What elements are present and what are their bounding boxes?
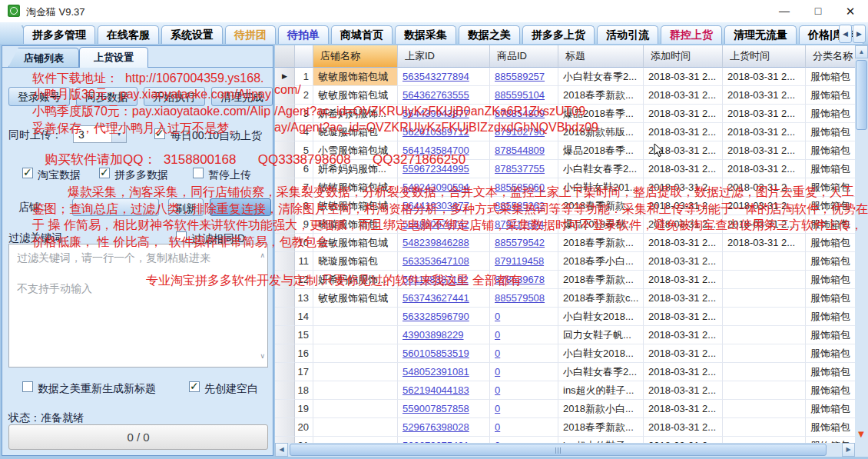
tab-scroll-left-icon[interactable]: ◀ — [839, 25, 852, 43]
col-header-title[interactable]: 标题 — [558, 45, 644, 68]
cell-seller-id: 562194044183 — [398, 381, 490, 400]
item-id-link[interactable]: 0 — [495, 348, 500, 359]
main-tab-11-active[interactable]: 群控上货 — [661, 25, 722, 44]
item-id-link[interactable]: 878537755 — [495, 163, 545, 175]
item-id-link[interactable]: 885589257 — [495, 71, 545, 82]
seller-id-link[interactable]: 562194044183 — [403, 384, 469, 396]
minimize-button[interactable]: — — [771, 2, 797, 20]
maximize-button[interactable]: □ — [805, 2, 831, 20]
cell-shop-name — [313, 400, 398, 418]
cell-category: 服饰箱包 — [806, 363, 855, 381]
col-header-seller-id[interactable]: 上家ID — [398, 45, 490, 68]
cell-shop-name: 敏敏服饰箱包城 — [313, 289, 398, 308]
table-row[interactable]: 10敏敏服饰箱包城5482398462888855795422018春季新款..… — [275, 234, 855, 252]
row-selector-cell[interactable] — [275, 381, 295, 400]
cell-category: 服饰箱包 — [806, 418, 855, 437]
table-row[interactable]: 2052967639802802018春季新款...2018-03-31 2..… — [275, 418, 855, 437]
main-tab-4[interactable]: 待拼团 — [225, 25, 276, 44]
main-tab-2[interactable]: 在线客服 — [98, 25, 159, 44]
vertical-scrollbar-thumb[interactable] — [856, 60, 867, 130]
tab-upload-settings[interactable]: 上货设置 — [79, 47, 148, 68]
seller-id-link[interactable]: 564362763555 — [403, 89, 469, 101]
main-tab-5[interactable]: 待拍单 — [278, 25, 329, 44]
table-row[interactable]: 13敏敏服饰箱包城5637436274418855795082018春季新款c.… — [275, 289, 855, 308]
main-tab-3[interactable]: 系统设置 — [161, 25, 223, 44]
data-check-3[interactable] — [193, 168, 204, 178]
main-tab-6[interactable]: 商城首页 — [331, 25, 393, 44]
item-id-link[interactable]: 885579508 — [495, 292, 545, 304]
main-tab-7[interactable]: 数据采集 — [395, 25, 456, 44]
item-id-link[interactable]: 885579542 — [495, 237, 545, 248]
table-row[interactable]: 11晓璇服饰箱包5633536471088791194582018春季小白...… — [275, 252, 855, 271]
horizontal-scrollbar-thumb[interactable] — [290, 444, 827, 456]
seller-id-link[interactable]: 563543277894 — [403, 71, 469, 82]
seller-id-link[interactable]: 529676398028 — [403, 421, 469, 433]
col-header-shop[interactable]: 店铺名称 — [313, 45, 398, 68]
main-tab-12[interactable]: 清理无流量 — [724, 25, 797, 44]
row-selector-cell[interactable] — [275, 326, 295, 344]
row-number: 20 — [295, 418, 313, 437]
data-check-1[interactable] — [22, 168, 33, 178]
cell-category: 服饰箱包 — [806, 308, 855, 326]
col-header-added-time[interactable]: 添加时间 — [644, 45, 723, 68]
seller-id-link[interactable]: 563328596790 — [403, 311, 469, 322]
seller-id-link[interactable]: 43903898229 — [403, 329, 464, 341]
scroll-down-icon[interactable]: ∨ — [260, 348, 265, 364]
scrollbar-up-icon[interactable]: ▲ — [855, 45, 868, 58]
col-header-category[interactable]: 分类名称 — [806, 45, 855, 68]
row-selector-cell[interactable] — [275, 289, 295, 308]
item-id-link[interactable]: 0 — [495, 421, 500, 433]
main-tab-1[interactable]: 拼多多管理 — [23, 25, 95, 44]
scrollbar-left-icon[interactable]: ◀ — [275, 443, 288, 457]
main-tab-10[interactable]: 活动引流 — [597, 25, 658, 44]
tab-scroll-right-icon[interactable]: ▶ — [853, 25, 866, 43]
col-header-item-id[interactable]: 商品ID — [490, 45, 558, 68]
tab-shop-list[interactable]: 店铺列表 — [8, 48, 79, 67]
row-selector-cell[interactable] — [275, 344, 295, 363]
table-row[interactable]: 2敏敏服饰箱包城5643627635558855951042018春季新款...… — [275, 86, 855, 105]
cell-upload-time — [723, 308, 806, 326]
item-id-link[interactable]: 0 — [495, 311, 500, 322]
table-row[interactable]: 1955900785785802018新款小白...2018-03-31 2..… — [275, 400, 855, 418]
close-button[interactable]: ✕ — [837, 2, 863, 20]
seller-id-link[interactable]: 560105853519 — [403, 348, 469, 359]
cell-item-id: 0 — [490, 363, 558, 381]
table-row[interactable]: 15439038982290回力女鞋子帆...2018-03-31 2...服饰… — [275, 326, 855, 344]
row-selector-cell[interactable] — [275, 400, 295, 418]
table-row[interactable]: 165601058535190小白鞋女2018...2018-03-31 2..… — [275, 344, 855, 363]
table-row[interactable]: ▶1敏敏服饰箱包城563543277894885589257小白鞋女春季2...… — [275, 68, 855, 86]
table-row[interactable]: 175480523910810小白鞋女春季2...2018-03-31 2...… — [275, 363, 855, 381]
item-id-link[interactable]: 0 — [495, 329, 500, 341]
data-check-2[interactable] — [99, 168, 110, 178]
cell-title: 2018春季新款... — [558, 418, 644, 437]
main-tab-8[interactable]: 数据之美 — [459, 25, 520, 44]
item-id-link[interactable]: 0 — [495, 366, 500, 378]
row-selector-cell[interactable] — [275, 308, 295, 326]
row-selector-cell[interactable] — [275, 252, 295, 271]
scrollbar-right-icon[interactable]: ▶ — [842, 443, 855, 457]
filter-keywords-textarea[interactable]: 过滤关键词，请一行一个，复制粘贴进来 不支持手动输入 ∧ ∨ — [8, 244, 268, 368]
col-header-upload-time[interactable]: 上货时间 — [723, 45, 806, 68]
row-selector-cell[interactable] — [275, 418, 295, 437]
item-id-link[interactable]: 878544809 — [495, 145, 545, 156]
seller-id-link[interactable]: 548239846288 — [403, 237, 469, 248]
regen-title-checkbox[interactable] — [22, 381, 33, 392]
table-row[interactable]: 185621940441830ins超火的鞋子...2018-03-31 2..… — [275, 381, 855, 400]
horizontal-scrollbar[interactable]: ◀ ▶ — [275, 443, 855, 457]
seller-id-link[interactable]: 548052391081 — [403, 366, 469, 378]
table-row[interactable]: 145633285967900小白鞋女2018...2018-03-31 2..… — [275, 308, 855, 326]
cell-item-id: 0 — [490, 418, 558, 437]
item-id-link[interactable]: 885595104 — [495, 89, 545, 101]
ad-month-price: 小鸭月版30元：pay.xiaoyataoke.com/Alipay — [32, 87, 271, 103]
item-id-link[interactable]: 0 — [495, 403, 500, 414]
vertical-scrollbar[interactable]: ▲ ▼ — [855, 45, 868, 457]
seller-id-link[interactable]: 563353647108 — [403, 255, 469, 267]
create-blank-checkbox[interactable] — [189, 381, 200, 392]
seller-id-link[interactable]: 559007857858 — [403, 403, 469, 414]
main-tab-9[interactable]: 拼多多上货 — [522, 25, 595, 44]
item-id-link[interactable]: 879119458 — [495, 255, 544, 267]
cell-item-id: 885589257 — [490, 68, 558, 86]
row-selector-cell[interactable] — [275, 363, 295, 381]
item-id-link[interactable]: 0 — [495, 384, 500, 396]
seller-id-link[interactable]: 563743627441 — [403, 292, 469, 304]
